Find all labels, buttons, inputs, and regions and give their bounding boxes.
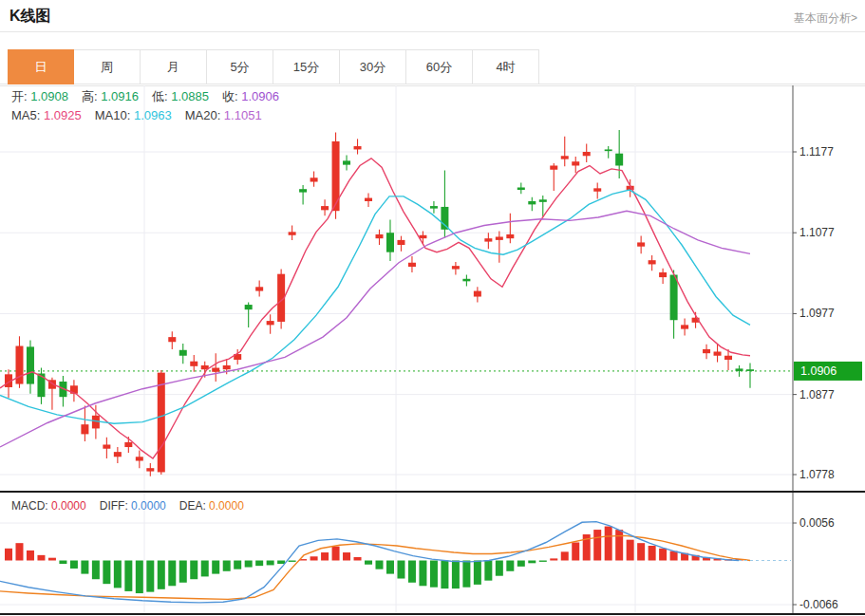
overlay.ohlc-item: 收: 1.0906 [222,89,279,103]
candle-body [343,160,350,164]
macd-histogram-bar [376,561,384,569]
candle-body [528,201,536,204]
fundamental-analysis-link[interactable]: 基本面分析> [794,10,857,27]
macd-histogram-bar [474,561,481,585]
tab-period-1[interactable]: 周 [74,49,141,84]
candle-body [27,346,34,383]
tab-period-0[interactable]: 日 [8,49,74,84]
y-axis-label: 1.1177 [799,145,834,159]
overlay.ohlc-item: 低: 1.0885 [152,89,209,103]
overlay.ma-value: 1.0925 [40,108,81,122]
candle-body [332,141,340,211]
candle-body [430,206,438,209]
macd-histogram-bar [452,561,460,589]
macd-histogram-bar [146,561,154,592]
overlay.ohlc-value: 1.0906 [238,89,279,103]
candle-body [267,321,274,325]
tab-period-6[interactable]: 60分 [406,49,473,84]
macd-histogram-bar [223,561,231,571]
candle-body [484,238,492,241]
overlay.macd-item: DEA: 0.0000 [179,499,244,513]
macd-histogram-bar [114,561,122,588]
macd-histogram-bar [659,549,667,561]
y-axis-label: 1.0977 [799,307,835,320]
candle-body [386,233,394,252]
overlay.ohlc-value: 1.0916 [98,89,139,103]
y-axis-label: 1.0877 [799,388,835,401]
ma-readout: MA5: 1.0925MA10: 1.0963MA20: 1.1051 [11,107,275,124]
candle-body [114,452,122,457]
macd-histogram-bar [561,551,569,560]
candle-body [419,235,426,238]
overlay.macd-value: 0.0000 [48,499,86,513]
candle-body [124,442,132,447]
kline-chart-page: { "header": { "title": "K线图", "link": "基… [0,0,865,616]
macd-histogram-bar [637,543,645,560]
period-tabbar: 日周月5分15分30分60分4时 [8,49,539,84]
panel-separator [0,491,865,493]
macd-histogram-bar [484,561,492,581]
macd-histogram-bar [441,561,448,589]
candle-body [310,177,318,181]
candle-body [289,232,296,234]
candle-body [517,187,525,190]
tab-period-7[interactable]: 4时 [473,49,539,84]
macd-histogram-bar [517,561,525,567]
overlay.ma-label: MA5: [11,108,40,122]
bottom-border [0,613,865,615]
candle-body [376,234,384,238]
candle-body [321,206,329,210]
candle-body [223,365,231,369]
overlay.ma-item: MA10: 1.0963 [95,108,172,122]
last-price-badge-text: 1.0906 [800,364,837,378]
macd-histogram-bar [430,561,438,588]
candle-body [365,198,372,201]
tab-period-2[interactable]: 月 [141,49,207,84]
candle-body [681,325,688,328]
macd-histogram-bar [5,549,12,561]
macd-histogram-bar [605,527,612,561]
candle-body [81,424,88,434]
candle-body [496,236,503,239]
macd-histogram-bar [649,546,656,561]
candle-body [212,368,219,372]
macd-histogram-bar [670,551,678,561]
tab-period-5[interactable]: 30分 [340,49,406,84]
macd-histogram-bar [245,561,253,568]
macd-histogram-bar [627,540,634,561]
macd-histogram-bar [255,561,263,567]
candle-body [255,287,263,290]
overlay.macd-value: 0.0000 [128,499,166,513]
candlestick-chart-canvas[interactable]: 1.11771.10771.09771.08771.07781.0906 [0,85,865,491]
macd-histogram-bar [550,558,557,560]
macd-histogram-bar [37,555,45,561]
candle-body [397,240,404,245]
overlay.macd-value: 0.0000 [206,499,244,513]
candle-body [158,373,165,473]
candle-body [354,146,362,149]
macd-histogram-bar [92,561,100,580]
tab-period-4[interactable]: 15分 [273,49,340,84]
macd-histogram-bar [572,542,579,560]
ma5-line [0,159,750,458]
candle-body [593,188,601,191]
macd-histogram-bar [496,561,503,576]
overlay.ohlc-label: 收: [222,89,238,103]
macd-readout: MACD: 0.0000DIFF: 0.0000DEA: 0.0000 [11,497,257,514]
candle-body [670,275,678,321]
candle-body [649,260,656,264]
overlay.ohlc-label: 开: [11,89,28,103]
candle-body [245,305,253,309]
candle-body [746,369,754,371]
candle-body [103,444,110,448]
y-axis-label: 1.0778 [799,468,835,481]
tab-period-3[interactable]: 5分 [207,49,273,84]
overlay.ohlc-value: 1.0885 [168,89,209,103]
overlay.ma-label: MA20: [185,108,221,122]
macd-histogram-bar [168,561,176,587]
candle-body [408,263,416,267]
macd-histogram-bar [81,561,88,574]
candle-body [539,199,547,202]
macd-axis-label: -0.0066 [799,598,838,611]
macd-histogram-bar [365,561,372,565]
